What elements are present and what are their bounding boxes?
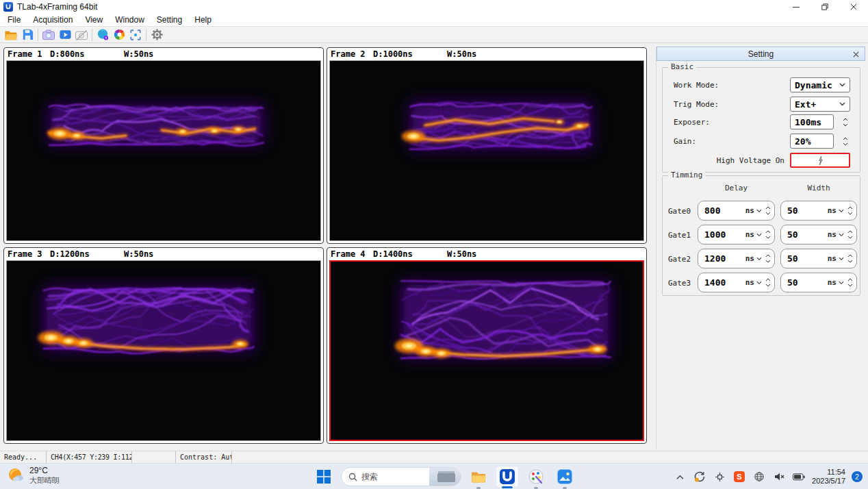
close-button[interactable] [839, 0, 868, 14]
tray-update-sync-icon[interactable] [693, 470, 706, 484]
gate0-delay-control[interactable]: 800 ns [698, 201, 775, 221]
work-mode-dropdown[interactable]: Dynamic [790, 77, 850, 92]
gate-unit: ns [745, 230, 754, 239]
frame-width: W:50ns [124, 49, 153, 59]
taskbar-app-paint[interactable] [524, 466, 548, 488]
chevron-down-icon[interactable] [756, 209, 762, 213]
frame-title: Frame 2 [331, 49, 373, 59]
toolbar-separator [92, 29, 92, 41]
chevron-down-icon[interactable] [756, 233, 762, 237]
start-button[interactable] [312, 466, 335, 488]
restore-button[interactable] [810, 0, 839, 14]
frame-1-image[interactable] [6, 60, 321, 241]
weather-widget[interactable]: 29°C 大部晴朗 [7, 466, 60, 485]
panel-close-icon[interactable] [851, 49, 861, 60]
exposer-value: 100ms [795, 117, 821, 127]
chevron-down-icon[interactable] [839, 257, 844, 261]
taskbar-app-file-explorer[interactable] [467, 466, 490, 488]
gate-value: 50 [787, 229, 828, 240]
chevron-down-icon[interactable] [839, 209, 844, 213]
taskbar-app-tlab-active[interactable] [496, 466, 519, 488]
tray-volume-muted-icon[interactable] [772, 470, 786, 484]
gate-value: 50 [787, 205, 828, 216]
search-input[interactable]: 搜索 [341, 467, 461, 486]
frame-3-window: Frame 3 D:1200ns W:50ns [3, 247, 324, 444]
menu-setting[interactable]: Setting [151, 14, 188, 26]
search-highlight-image [429, 468, 461, 486]
file-explorer-icon [470, 468, 487, 485]
frame-3-image[interactable] [6, 260, 321, 441]
spin-up-icon[interactable] [843, 118, 848, 121]
spinner-arrows[interactable] [847, 206, 853, 215]
camera-icon[interactable] [40, 27, 57, 42]
tray-network-globe-icon[interactable] [752, 470, 766, 484]
tray-remote-tool-icon[interactable] [713, 470, 726, 484]
svg-text:S: S [737, 473, 741, 481]
spin-up-icon [765, 206, 771, 210]
gate-value: 1200 [704, 253, 745, 264]
notification-badge[interactable]: 2 [852, 471, 863, 482]
settings-panel-header[interactable]: Setting [656, 47, 865, 61]
gate-label: Gate0 [668, 207, 691, 216]
spinner-arrows[interactable] [841, 115, 850, 129]
spinner-arrows[interactable] [847, 230, 853, 239]
gate1-delay-control[interactable]: 1000 ns [698, 225, 775, 244]
gain-spinbox[interactable]: 20% [790, 134, 850, 149]
trig-mode-dropdown[interactable]: Ext+ [790, 97, 850, 112]
exposer-spinbox[interactable]: 100ms [790, 114, 850, 129]
color-wheel-icon[interactable] [111, 27, 127, 42]
gate2-width-control[interactable]: 50 ns [780, 249, 857, 268]
chevron-down-icon[interactable] [839, 233, 844, 237]
gate-unit: ns [745, 278, 754, 287]
spin-down-icon[interactable] [843, 123, 848, 127]
tray-sogou-input-icon[interactable]: S [732, 470, 746, 484]
tray-battery-icon[interactable] [792, 470, 806, 484]
minimize-button[interactable] [782, 0, 810, 14]
spinner-arrows[interactable] [847, 278, 853, 287]
gate3-delay-control[interactable]: 1400 ns [698, 273, 775, 292]
frame-delay: D:1400ns [373, 249, 447, 259]
gear-icon[interactable] [149, 27, 165, 42]
gate3-width-control[interactable]: 50 ns [780, 273, 857, 292]
search-icon [348, 473, 357, 481]
weather-temp: 29°C [29, 466, 60, 475]
video-acquire-icon[interactable] [57, 27, 73, 42]
gate-unit: ns [745, 206, 754, 215]
delay-column-header: Delay [698, 184, 775, 192]
spin-up-icon [847, 278, 853, 281]
spinner-arrows[interactable] [765, 230, 771, 239]
chevron-down-icon[interactable] [756, 281, 762, 285]
spin-up-icon[interactable] [843, 137, 848, 140]
basic-group-label: Basic [668, 62, 696, 71]
spinner-arrows[interactable] [847, 254, 853, 263]
frame-4-image-selected[interactable] [329, 260, 644, 441]
gate2-delay-control[interactable]: 1200 ns [698, 249, 775, 268]
frame-2-image[interactable] [329, 60, 644, 241]
tray-chevron-up-icon[interactable] [673, 470, 687, 484]
menu-window[interactable]: Window [109, 14, 151, 26]
gate0-width-control[interactable]: 50 ns [780, 201, 857, 221]
spinner-arrows[interactable] [765, 206, 771, 215]
camera-off-icon[interactable] [73, 27, 90, 42]
photos-icon [557, 468, 573, 485]
spinner-arrows[interactable] [841, 134, 850, 148]
spin-down-icon[interactable] [843, 142, 848, 146]
gate-label: Gate2 [668, 255, 691, 264]
taskbar-app-photos[interactable] [553, 466, 576, 488]
open-folder-icon[interactable] [3, 27, 19, 42]
menu-file[interactable]: File [1, 14, 27, 26]
spinner-arrows[interactable] [765, 278, 771, 287]
menu-acquisition[interactable]: Acquisition [27, 14, 79, 26]
chevron-down-icon[interactable] [839, 281, 844, 285]
spinner-arrows[interactable] [765, 254, 771, 263]
high-voltage-button[interactable] [790, 153, 850, 168]
spin-up-icon [847, 230, 853, 234]
save-icon[interactable] [19, 27, 36, 42]
menu-view[interactable]: View [79, 14, 109, 26]
chevron-down-icon[interactable] [756, 257, 762, 261]
sphere-settings-icon[interactable] [94, 27, 111, 42]
focus-icon[interactable] [127, 27, 144, 42]
gate1-width-control[interactable]: 50 ns [780, 225, 857, 244]
menu-help[interactable]: Help [188, 14, 218, 26]
tray-clock[interactable]: 11:54 2023/5/17 [812, 468, 845, 486]
